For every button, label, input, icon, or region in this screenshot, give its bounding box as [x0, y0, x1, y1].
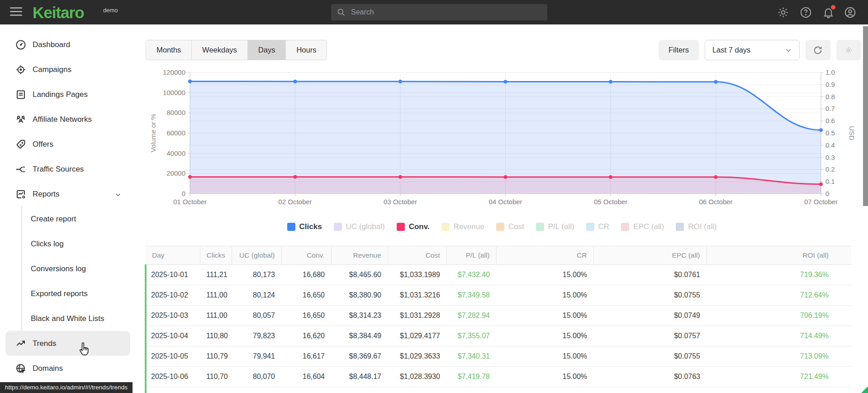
- table-cell: 80,124: [232, 285, 281, 306]
- svg-text:100000: 100000: [163, 89, 185, 96]
- legend-item-cost[interactable]: Cost: [496, 222, 524, 231]
- table-cell: $7,419.78: [446, 367, 496, 387]
- table-cell: $1,029.4177: [388, 326, 446, 346]
- sidebar-item-label: Affiliate Networks: [33, 115, 92, 124]
- column-header-p-l-all[interactable]: P/L (all): [446, 246, 496, 265]
- keitaro-logo[interactable]: Keitaro: [33, 4, 84, 22]
- legend-item-cr[interactable]: CR: [586, 222, 610, 231]
- sidebar-item-label: Traffic Sources: [33, 165, 84, 174]
- sidebar-item-domains[interactable]: Domains: [5, 356, 130, 381]
- table-cell: 719.36%: [707, 265, 851, 285]
- legend-item-epc-all[interactable]: EPC (all): [621, 222, 664, 231]
- settings-gear-icon[interactable]: [777, 6, 789, 19]
- tab-weekdays[interactable]: Weekdays: [192, 40, 248, 60]
- table-cell: 15.00%: [496, 326, 593, 346]
- campaigns-icon: [15, 64, 26, 75]
- svg-text:0.6: 0.6: [825, 117, 835, 125]
- trends-chart-svg: 02000040000600008000010000012000001 Octo…: [149, 63, 859, 223]
- column-header-epc-all[interactable]: EPC (all): [593, 246, 707, 265]
- legend-swatch: [287, 223, 295, 231]
- legend-label: Revenue: [454, 222, 484, 231]
- column-header-cr[interactable]: CR: [496, 246, 593, 265]
- legend-swatch: [621, 223, 629, 231]
- sidebar-item-trends[interactable]: Trends: [5, 331, 130, 356]
- sidebar-item-label: Offers: [33, 140, 53, 149]
- affiliate-networks-icon: [15, 114, 26, 125]
- tab-hours[interactable]: Hours: [286, 40, 327, 60]
- legend-label: Clicks: [299, 222, 322, 231]
- table-cell: $2,938.94: [446, 387, 496, 393]
- table-cell: 79,941: [232, 346, 281, 367]
- help-icon[interactable]: [800, 6, 812, 19]
- table-cell: 44,457: [232, 387, 281, 393]
- filters-button[interactable]: Filters: [659, 40, 699, 60]
- table-row: 2025-10-05110,7979,94116,617$8,369.67$1,…: [146, 346, 851, 367]
- sidebar-item-label: Domains: [33, 364, 63, 373]
- legend-item-clicks[interactable]: Clicks: [287, 222, 322, 231]
- account-icon[interactable]: [844, 6, 856, 19]
- legend-item-conv[interactable]: Conv.: [397, 222, 430, 231]
- sidebar-item-label: Trends: [33, 339, 56, 348]
- chart-legend: ClicksUC (global)Conv.RevenueCostP/L (al…: [136, 219, 868, 235]
- legend-item-revenue[interactable]: Revenue: [441, 222, 484, 231]
- column-header-cost[interactable]: Cost: [388, 246, 446, 265]
- legend-item-p-l-all[interactable]: P/L (all): [536, 222, 574, 231]
- table-cell: 15.00%: [496, 285, 593, 306]
- search-input[interactable]: [351, 8, 542, 16]
- table-cell: 706.19%: [707, 306, 851, 326]
- column-header-conv[interactable]: Conv.: [281, 246, 331, 265]
- sidebar-item-reports[interactable]: Reports: [5, 182, 130, 206]
- sidebar-item-campaigns[interactable]: Campaigns: [5, 57, 130, 82]
- sidebar-item-dashboard[interactable]: Dashboard: [5, 32, 130, 57]
- svg-text:02 October: 02 October: [278, 198, 312, 206]
- sidebar-item-clicks-log[interactable]: Clicks log: [5, 231, 130, 256]
- column-header-roi-all[interactable]: ROI (all): [707, 246, 851, 265]
- refresh-icon: [813, 45, 823, 55]
- column-header-clicks[interactable]: Clicks: [200, 246, 232, 265]
- legend-label: CR: [598, 222, 610, 231]
- table-cell: 110,70: [200, 367, 232, 387]
- global-search[interactable]: [331, 4, 547, 20]
- column-header-revenue[interactable]: Revenue: [331, 246, 388, 265]
- date-range-select[interactable]: Last 7 days: [705, 40, 800, 60]
- chart-settings-button[interactable]: [836, 40, 861, 60]
- column-header-day[interactable]: Day: [146, 246, 200, 265]
- sidebar: Dashboard Campaigns Landings Pages Affil…: [0, 24, 136, 393]
- sidebar-item-landings-pages[interactable]: Landings Pages: [5, 82, 130, 107]
- table-cell: 15.00%: [496, 265, 593, 285]
- svg-text:120000: 120000: [163, 68, 185, 76]
- tab-days[interactable]: Days: [248, 40, 286, 60]
- table-cell: 2025-10-06: [146, 367, 200, 387]
- refresh-button[interactable]: [806, 40, 830, 60]
- sidebar-item-create-report[interactable]: Create report: [5, 206, 130, 231]
- chevron-down-icon: [115, 191, 121, 200]
- hamburger-menu-icon[interactable]: [10, 7, 22, 17]
- sidebar-item-offers[interactable]: $ Offers: [5, 132, 130, 157]
- table-header: DayClicksUC (global)Conv.RevenueCostP/L …: [146, 246, 851, 265]
- demo-badge: demo: [103, 7, 118, 14]
- sidebar-item-exported-reports[interactable]: Exported reports: [5, 281, 130, 306]
- sidebar-item-black-and-white-lists[interactable]: Black and White Lists: [5, 306, 130, 331]
- svg-text:0.3: 0.3: [825, 153, 835, 161]
- table-cell: $8,465.60: [331, 265, 388, 285]
- table-cell: $8,448.17: [331, 367, 388, 387]
- tab-months[interactable]: Months: [146, 40, 192, 60]
- table-cell: $7,340.31: [446, 346, 496, 367]
- legend-swatch: [536, 223, 544, 231]
- sidebar-item-traffic-sources[interactable]: Traffic Sources: [5, 157, 130, 182]
- table-cell: 15.00%: [496, 306, 593, 326]
- reports-icon: [15, 189, 26, 200]
- legend-label: Cost: [508, 222, 524, 231]
- sidebar-item-label: Landings Pages: [33, 90, 88, 99]
- legend-item-uc-global[interactable]: UC (global): [334, 222, 385, 231]
- svg-text:0: 0: [182, 190, 185, 197]
- vertical-scrollbar-thumb[interactable]: [863, 26, 868, 206]
- sidebar-item-affiliate-networks[interactable]: Affiliate Networks: [5, 107, 130, 132]
- column-header-uc-global[interactable]: UC (global): [232, 246, 281, 265]
- legend-item-roi-all[interactable]: ROI (all): [676, 222, 716, 231]
- sidebar-item-conversions-log[interactable]: Conversions log: [5, 256, 130, 281]
- trends-chart[interactable]: 02000040000600008000010000012000001 Octo…: [149, 63, 859, 223]
- table-cell: 110,79: [200, 346, 232, 367]
- chevron-down-icon: [785, 47, 792, 54]
- notifications-bell-icon[interactable]: [822, 6, 835, 19]
